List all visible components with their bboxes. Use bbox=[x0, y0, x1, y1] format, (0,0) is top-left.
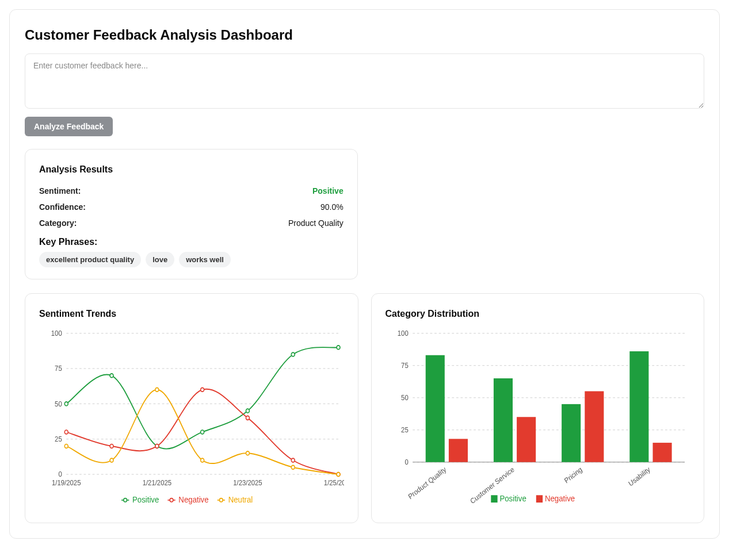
svg-point-42 bbox=[220, 498, 223, 502]
analysis-results-card: Analysis Results Sentiment: Positive Con… bbox=[25, 149, 358, 279]
sentiment-trends-card: Sentiment Trends 02550751001/19/20251/21… bbox=[25, 293, 358, 523]
svg-point-24 bbox=[201, 388, 204, 392]
svg-rect-56 bbox=[448, 439, 467, 462]
category-distribution-card: Category Distribution 0255075100Product … bbox=[371, 293, 705, 523]
sentiment-value: Positive bbox=[312, 186, 343, 195]
svg-point-25 bbox=[246, 416, 249, 420]
category-value: Product Quality bbox=[288, 218, 343, 228]
svg-text:50: 50 bbox=[55, 400, 62, 408]
category-label: Category: bbox=[39, 218, 77, 228]
svg-point-20 bbox=[337, 346, 340, 350]
svg-rect-65 bbox=[652, 443, 671, 462]
confidence-value: 90.0% bbox=[320, 202, 343, 212]
svg-rect-69 bbox=[536, 495, 542, 503]
svg-rect-67 bbox=[491, 495, 497, 503]
svg-text:1/19/2025: 1/19/2025 bbox=[52, 479, 81, 488]
svg-text:Positive: Positive bbox=[499, 493, 526, 503]
key-phrases-list: excellent product qualityloveworks well bbox=[39, 252, 343, 267]
svg-text:75: 75 bbox=[401, 361, 409, 370]
svg-text:50: 50 bbox=[401, 393, 409, 402]
svg-point-32 bbox=[246, 451, 249, 455]
key-phrase-chip: love bbox=[146, 252, 174, 267]
charts-row: Sentiment Trends 02550751001/19/20251/21… bbox=[25, 293, 704, 523]
key-phrases-label: Key Phrases: bbox=[39, 237, 343, 247]
svg-point-23 bbox=[155, 444, 159, 448]
svg-text:0: 0 bbox=[404, 458, 409, 466]
svg-point-33 bbox=[291, 465, 295, 469]
svg-point-15 bbox=[110, 374, 113, 378]
svg-point-28 bbox=[64, 444, 68, 448]
category-distribution-chart: 0255075100Product QualityCustomer Servic… bbox=[386, 327, 690, 511]
result-row-sentiment: Sentiment: Positive bbox=[39, 183, 343, 199]
svg-point-21 bbox=[64, 430, 68, 434]
svg-text:1/25/2025: 1/25/2025 bbox=[324, 479, 344, 488]
svg-text:100: 100 bbox=[397, 329, 408, 337]
svg-text:Positive: Positive bbox=[132, 494, 159, 504]
key-phrase-chip: works well bbox=[179, 252, 231, 267]
svg-rect-62 bbox=[585, 391, 604, 462]
svg-text:Product Quality: Product Quality bbox=[406, 465, 448, 501]
svg-text:Usability: Usability bbox=[627, 465, 651, 488]
svg-point-22 bbox=[110, 444, 113, 448]
svg-text:25: 25 bbox=[55, 435, 62, 443]
dashboard-container: Customer Feedback Analysis Dashboard Ana… bbox=[9, 9, 720, 539]
svg-text:25: 25 bbox=[401, 425, 409, 434]
svg-point-39 bbox=[170, 498, 173, 502]
key-phrase-chip: excellent product quality bbox=[39, 252, 141, 267]
sentiment-trends-title: Sentiment Trends bbox=[39, 309, 344, 319]
svg-text:1/23/2025: 1/23/2025 bbox=[233, 479, 262, 488]
result-row-confidence: Confidence: 90.0% bbox=[39, 199, 343, 215]
svg-text:Pricing: Pricing bbox=[563, 465, 583, 485]
svg-text:Neutral: Neutral bbox=[228, 494, 253, 504]
confidence-label: Confidence: bbox=[39, 202, 86, 212]
results-title: Analysis Results bbox=[39, 164, 343, 175]
analyze-button[interactable]: Analyze Feedback bbox=[25, 117, 113, 136]
svg-point-18 bbox=[246, 409, 249, 413]
svg-text:100: 100 bbox=[51, 329, 62, 337]
svg-point-30 bbox=[155, 388, 159, 392]
svg-point-36 bbox=[124, 498, 127, 502]
svg-rect-64 bbox=[629, 351, 648, 462]
svg-text:Negative: Negative bbox=[178, 494, 208, 504]
svg-rect-61 bbox=[562, 404, 581, 462]
svg-point-29 bbox=[110, 458, 113, 462]
svg-text:1/21/2025: 1/21/2025 bbox=[143, 479, 172, 488]
svg-text:75: 75 bbox=[55, 365, 62, 373]
svg-text:Negative: Negative bbox=[544, 493, 574, 503]
svg-point-26 bbox=[291, 458, 295, 462]
svg-point-34 bbox=[337, 473, 340, 477]
svg-point-31 bbox=[201, 458, 204, 462]
result-row-category: Category: Product Quality bbox=[39, 215, 343, 231]
feedback-input[interactable] bbox=[25, 53, 704, 109]
svg-point-19 bbox=[291, 352, 295, 356]
svg-rect-59 bbox=[517, 417, 536, 462]
category-distribution-title: Category Distribution bbox=[386, 309, 690, 319]
svg-point-14 bbox=[64, 402, 68, 406]
svg-rect-55 bbox=[425, 355, 444, 462]
svg-text:0: 0 bbox=[58, 470, 62, 479]
svg-rect-58 bbox=[493, 378, 512, 462]
svg-point-17 bbox=[201, 430, 204, 434]
page-title: Customer Feedback Analysis Dashboard bbox=[25, 27, 704, 43]
sentiment-label: Sentiment: bbox=[39, 186, 81, 195]
sentiment-trends-chart: 02550751001/19/20251/21/20251/23/20251/2… bbox=[39, 327, 344, 511]
